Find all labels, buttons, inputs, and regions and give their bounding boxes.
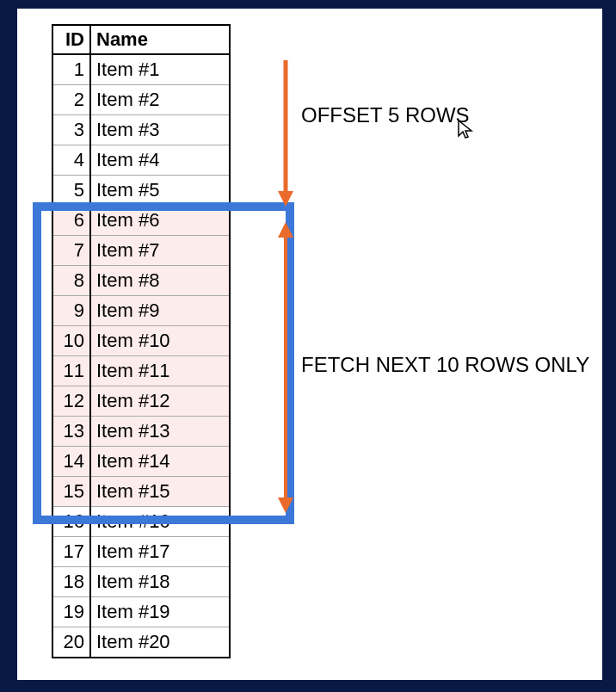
cell-name: Item #19 (90, 597, 230, 627)
cell-id: 9 (52, 296, 90, 326)
svg-marker-4 (278, 497, 293, 513)
table-row: 15Item #15 (52, 477, 230, 507)
svg-marker-3 (278, 222, 293, 238)
table-row: 8Item #8 (52, 266, 230, 296)
table-row: 16Item #16 (52, 507, 230, 537)
table-row: 11Item #11 (52, 356, 230, 386)
cell-id: 1 (52, 54, 90, 85)
cell-name: Item #18 (90, 567, 230, 597)
cell-name: Item #15 (90, 477, 230, 507)
table-row: 20Item #20 (52, 627, 230, 658)
cell-name: Item #8 (90, 266, 230, 296)
cell-id: 12 (52, 386, 90, 417)
table-row: 9Item #9 (52, 296, 230, 326)
cell-name: Item #20 (90, 627, 230, 658)
table-row: 1Item #1 (52, 54, 230, 85)
cell-id: 14 (52, 447, 90, 477)
cell-name: Item #5 (90, 176, 230, 206)
cell-id: 10 (52, 326, 90, 356)
cell-id: 15 (52, 477, 90, 507)
cell-name: Item #14 (90, 447, 230, 477)
cell-id: 3 (52, 115, 90, 145)
table-row: 7Item #7 (52, 236, 230, 266)
cell-id: 8 (52, 266, 90, 296)
cell-id: 19 (52, 597, 90, 627)
table-row: 18Item #18 (52, 567, 230, 597)
diagram-canvas: ID Name 1Item #12Item #23Item #34Item #4… (17, 9, 602, 680)
table-row: 2Item #2 (52, 85, 230, 115)
cell-name: Item #17 (90, 537, 230, 567)
cell-name: Item #10 (90, 326, 230, 356)
cell-name: Item #2 (90, 85, 230, 115)
cell-id: 16 (52, 507, 90, 537)
header-name: Name (90, 25, 230, 54)
cell-name: Item #4 (90, 145, 230, 176)
table-row: 12Item #12 (52, 386, 230, 417)
cell-id: 11 (52, 356, 90, 386)
table-row: 6Item #6 (52, 206, 230, 236)
cell-id: 13 (52, 417, 90, 447)
fetch-label: FETCH NEXT 10 ROWS ONLY (301, 353, 589, 377)
table-row: 5Item #5 (52, 176, 230, 206)
cell-name: Item #6 (90, 206, 230, 236)
cell-name: Item #11 (90, 356, 230, 386)
table-row: 17Item #17 (52, 537, 230, 567)
table-row: 14Item #14 (52, 447, 230, 477)
cell-id: 17 (52, 537, 90, 567)
table-row: 13Item #13 (52, 417, 230, 447)
cell-name: Item #16 (90, 507, 230, 537)
cell-name: Item #1 (90, 54, 230, 85)
cell-name: Item #9 (90, 296, 230, 326)
table-row: 19Item #19 (52, 597, 230, 627)
table-row: 3Item #3 (52, 115, 230, 145)
cell-id: 18 (52, 567, 90, 597)
items-table: ID Name 1Item #12Item #23Item #34Item #4… (52, 24, 231, 658)
cell-id: 5 (52, 176, 90, 206)
cell-id: 2 (52, 85, 90, 115)
arrow-fetch-icon (275, 222, 296, 513)
cell-id: 4 (52, 145, 90, 176)
table-row: 4Item #4 (52, 145, 230, 176)
cell-id: 7 (52, 236, 90, 266)
arrow-offset-icon (275, 60, 296, 207)
header-id: ID (52, 25, 90, 54)
cell-name: Item #7 (90, 236, 230, 266)
cell-id: 20 (52, 627, 90, 658)
cell-name: Item #13 (90, 417, 230, 447)
cell-id: 6 (52, 206, 90, 236)
table-row: 10Item #10 (52, 326, 230, 356)
cell-name: Item #3 (90, 115, 230, 145)
offset-label: OFFSET 5 ROWS (301, 103, 470, 127)
svg-marker-1 (278, 191, 293, 207)
cell-name: Item #12 (90, 386, 230, 417)
